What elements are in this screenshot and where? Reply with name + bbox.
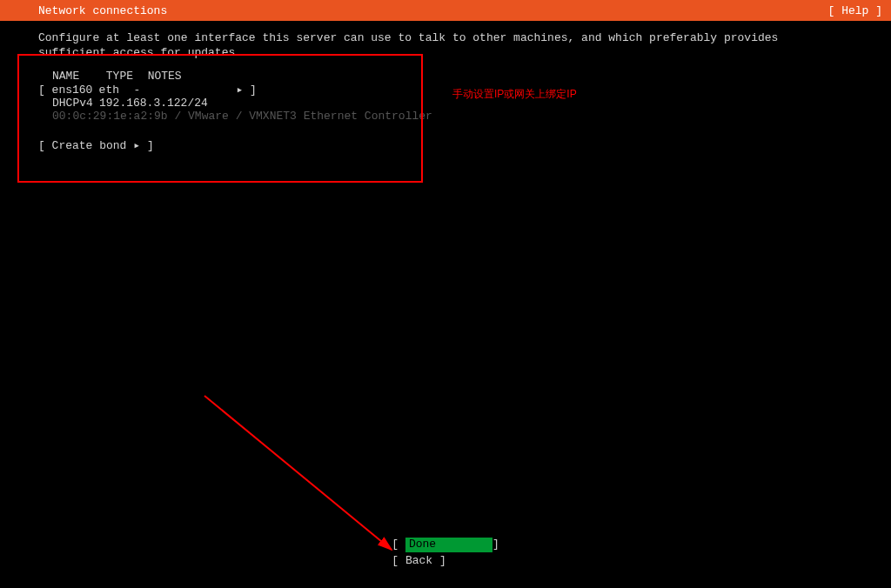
interface-notes: - (134, 84, 141, 97)
create-bond-label: Create bond (52, 139, 127, 152)
bracket-open: [ (38, 84, 52, 97)
table-header-row: NAME TYPE NOTES (52, 70, 853, 83)
column-header-name: NAME (52, 70, 99, 83)
footer-navigation: [ Done] [ Back ] (0, 538, 891, 569)
header-bar: Network connections [ Help ] (0, 0, 891, 21)
dhcp-label: DHCPv4 (52, 97, 99, 110)
mac-address-row: 00:0c:29:1e:a2:9b / VMware / VMXNET3 Eth… (52, 110, 853, 123)
annotation-text: 手动设置IP或网关上绑定IP (452, 87, 577, 102)
interface-name: ens160 (52, 84, 99, 97)
back-button[interactable]: [ Back ] (392, 554, 479, 569)
submenu-arrow-icon: ▸ (133, 139, 140, 152)
content-area: Configure at least one interface this se… (0, 21, 891, 152)
create-bond-button[interactable]: [ Create bond ▸ ] (38, 138, 853, 152)
svg-line-1 (204, 396, 392, 550)
description-text: Configure at least one interface this se… (38, 31, 853, 61)
column-header-notes: NOTES (148, 70, 182, 83)
interface-type: eth (99, 84, 134, 97)
network-interfaces-table: NAME TYPE NOTES [ ens160eth-▸ ] DHCPv419… (38, 70, 853, 123)
bracket-close: ] (140, 139, 154, 152)
column-header-type: TYPE (106, 70, 141, 83)
bracket-open: [ (38, 139, 52, 152)
interface-row-ens160[interactable]: [ ens160eth-▸ ] (38, 83, 853, 97)
bracket-close: ] (243, 84, 257, 97)
done-label: Done (409, 538, 436, 551)
dhcp-ip-address: 192.168.3.122/24 (99, 97, 208, 110)
done-button[interactable]: [ Done] (392, 538, 499, 552)
page-title: Network connections (38, 4, 167, 17)
help-button[interactable]: [ Help ] (828, 4, 882, 17)
